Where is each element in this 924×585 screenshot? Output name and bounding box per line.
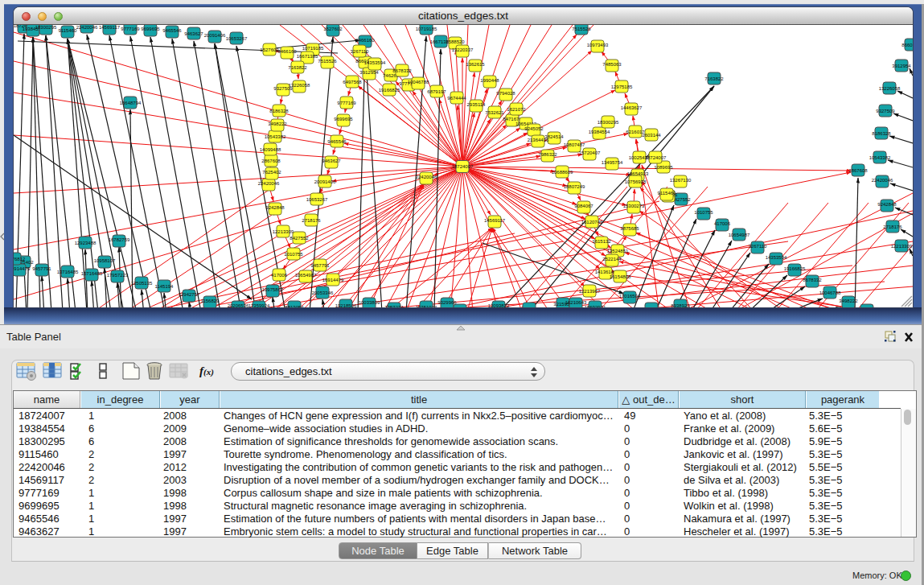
svg-text:3267110: 3267110	[351, 49, 370, 54]
svg-text:14353594: 14353594	[766, 255, 787, 260]
svg-text:1010755: 1010755	[284, 252, 303, 257]
svg-text:22420046: 22420046	[416, 175, 437, 179]
svg-text:12942757: 12942757	[179, 292, 200, 297]
svg-text:10046788: 10046788	[819, 290, 841, 295]
svg-text:1362615: 1362615	[466, 62, 485, 67]
svg-text:3912954: 3912954	[359, 70, 379, 75]
svg-text:10973493: 10973493	[587, 43, 609, 47]
svg-text:8678332: 8678332	[392, 68, 412, 73]
svg-text:22420046: 22420046	[872, 178, 893, 183]
svg-text:16782759: 16782759	[109, 237, 130, 242]
svg-text:14099488: 14099488	[856, 307, 878, 307]
svg-text:2718176: 2718176	[883, 225, 902, 229]
svg-text:13226058: 13226058	[879, 86, 901, 91]
svg-text:12923488: 12923488	[75, 241, 97, 245]
svg-text:15692971: 15692971	[585, 305, 606, 307]
svg-text:13524851: 13524851	[607, 249, 629, 253]
svg-text:1244415: 1244415	[519, 307, 539, 307]
svg-text:6879197: 6879197	[427, 89, 446, 94]
svg-text:7986322: 7986322	[538, 152, 557, 157]
svg-text:8938923: 8938923	[671, 303, 690, 307]
svg-text:16648794: 16648794	[120, 101, 142, 105]
svg-text:20206536: 20206536	[228, 303, 249, 307]
svg-text:1527602: 1527602	[323, 27, 343, 31]
svg-text:10543382: 10543382	[869, 155, 891, 160]
svg-text:19384554: 19384554	[589, 130, 610, 134]
svg-text:6466160: 6466160	[277, 49, 297, 54]
svg-text:9465546: 9465546	[327, 139, 347, 144]
svg-text:10033809: 10033809	[359, 300, 380, 305]
svg-text:3875685: 3875685	[620, 226, 639, 231]
svg-text:19218506: 19218506	[335, 303, 357, 307]
svg-text:1156829: 1156829	[201, 299, 220, 303]
svg-text:16914479: 16914479	[322, 278, 344, 282]
svg-text:10975867: 10975867	[262, 287, 284, 292]
svg-text:1621072: 1621072	[507, 107, 526, 112]
svg-text:20876812: 20876812	[14, 257, 26, 262]
svg-text:7532621: 7532621	[485, 110, 504, 115]
svg-text:17957223: 17957223	[107, 273, 129, 278]
svg-text:9699695: 9699695	[334, 117, 353, 122]
svg-text:13267130: 13267130	[670, 178, 692, 183]
svg-text:9794028: 9794028	[496, 91, 515, 96]
svg-text:1615132: 1615132	[592, 239, 611, 244]
svg-text:16154808: 16154808	[610, 274, 631, 279]
svg-text:10046788: 10046788	[408, 80, 429, 84]
svg-text:15751074: 15751074	[416, 305, 437, 307]
svg-text:12213967: 12213967	[579, 289, 601, 294]
svg-text:9115460: 9115460	[658, 191, 677, 196]
svg-text:19166825: 19166825	[379, 88, 400, 93]
svg-text:20091406: 20091406	[314, 179, 336, 184]
svg-text:7515526: 7515526	[318, 59, 337, 64]
svg-text:15716485: 15716485	[81, 271, 103, 276]
svg-text:2603144: 2603144	[642, 133, 661, 138]
svg-text:3912954: 3912954	[892, 64, 911, 68]
svg-text:13495754: 13495754	[602, 160, 623, 165]
svg-text:9777169: 9777169	[337, 101, 356, 105]
svg-text:9242848: 9242848	[877, 202, 897, 207]
svg-text:10653267: 10653267	[226, 36, 248, 41]
svg-text:7515526: 7515526	[572, 27, 591, 31]
svg-text:14099488: 14099488	[260, 147, 281, 152]
svg-text:1527602: 1527602	[260, 47, 279, 52]
svg-text:6466160: 6466160	[355, 38, 375, 43]
svg-text:1145194: 1145194	[155, 284, 175, 289]
svg-text:16120746: 16120746	[581, 220, 603, 225]
svg-text:2718176: 2718176	[302, 218, 321, 223]
svg-text:9242848: 9242848	[265, 205, 285, 210]
svg-text:20053346: 20053346	[312, 290, 334, 295]
svg-text:9699695: 9699695	[141, 27, 160, 31]
svg-text:8678332: 8678332	[803, 278, 822, 282]
svg-text:10543382: 10543382	[265, 134, 286, 139]
svg-text:18300295: 18300295	[598, 120, 619, 125]
svg-text:1990448: 1990448	[480, 78, 499, 83]
svg-text:14569117: 14569117	[484, 218, 506, 223]
svg-text:3267110: 3267110	[749, 244, 768, 249]
svg-text:14353594: 14353594	[364, 60, 386, 65]
svg-text:10654987: 10654987	[729, 233, 750, 237]
svg-text:1167534: 1167534	[643, 307, 662, 307]
svg-text:14569117: 14569117	[99, 25, 121, 30]
svg-text:1588520: 1588520	[446, 39, 465, 44]
svg-text:13716485: 13716485	[57, 270, 79, 274]
svg-text:10958107: 10958107	[94, 258, 116, 263]
svg-text:1089695: 1089695	[654, 165, 673, 170]
svg-text:8813054: 8813054	[285, 305, 304, 307]
svg-text:12093822: 12093822	[488, 303, 510, 307]
svg-text:9463627: 9463627	[322, 159, 341, 163]
svg-text:9674444: 9674444	[447, 96, 466, 101]
svg-text:10654987: 10654987	[295, 273, 317, 278]
svg-text:7163822: 7163822	[704, 76, 724, 81]
svg-text:f(x): f(x)	[199, 365, 214, 377]
svg-text:3498222: 3498222	[839, 299, 858, 303]
svg-text:12505135: 12505135	[131, 281, 153, 286]
svg-text:8186328: 8186328	[269, 109, 289, 113]
svg-text:12213309: 12213309	[891, 244, 913, 249]
svg-text:417006: 417006	[271, 273, 288, 278]
svg-text:15720407: 15720407	[579, 150, 601, 155]
svg-text:18807249: 18807249	[564, 184, 585, 189]
svg-text:7625402: 7625402	[262, 170, 281, 175]
svg-text:8427552: 8427552	[290, 236, 309, 241]
svg-text:12975185: 12975185	[611, 84, 633, 89]
svg-text:10688609: 10688609	[552, 170, 573, 175]
